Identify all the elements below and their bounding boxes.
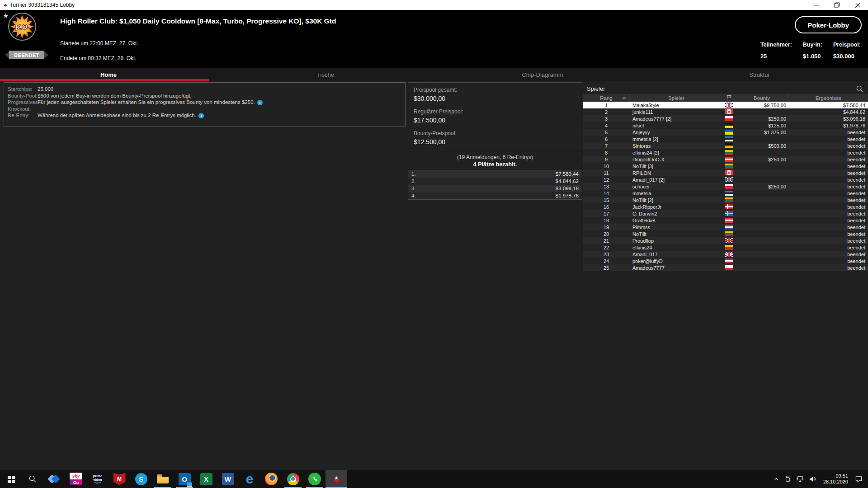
- player-result: beendet: [788, 130, 868, 135]
- player-row[interactable]: 22efkinis24beendet: [583, 244, 868, 251]
- player-row[interactable]: 18Graftekkelbeendet: [583, 217, 868, 224]
- player-row[interactable]: 11RPILONbeendet: [583, 169, 868, 176]
- tab-struktur[interactable]: Struktur: [651, 68, 868, 81]
- taskbar-start-icon[interactable]: [0, 470, 22, 488]
- taskbar-primevideo-icon[interactable]: primevideo: [87, 470, 108, 488]
- close-button[interactable]: [847, 0, 868, 10]
- tab-chip-diagramm[interactable]: Chip-Diagramm: [434, 68, 651, 81]
- player-bounty: $125,00: [735, 123, 788, 128]
- taskbar-mcafee-icon[interactable]: M: [108, 470, 130, 488]
- search-icon[interactable]: [856, 85, 863, 93]
- player-row[interactable]: 9DingolitOoO-X$250,00beendet: [583, 156, 868, 163]
- player-row[interactable]: 5Anjeyyy$1.375,00beendet: [583, 129, 868, 136]
- player-name: Pimmss: [629, 225, 723, 230]
- players-panel-title: Spieler: [587, 85, 605, 92]
- taskbar-edge-icon[interactable]: e: [239, 470, 260, 488]
- minimize-button[interactable]: [806, 0, 826, 10]
- player-name: NoTilit [2]: [629, 197, 723, 203]
- tray-volume-icon[interactable]: [809, 476, 816, 483]
- player-row[interactable]: 1Malaka$tyle$9.750,00$7.580,44: [583, 102, 868, 108]
- tray-usb-icon[interactable]: [784, 475, 791, 483]
- column-header-rank[interactable]: Rang: [583, 94, 629, 102]
- player-result: beendet: [788, 136, 868, 142]
- taskbar-word-icon[interactable]: W: [217, 470, 239, 488]
- player-row[interactable]: 4nilsef$125,00$1.978,76: [583, 122, 868, 129]
- taskbar-pokerstars-icon[interactable]: ♠★: [326, 470, 347, 488]
- restore-button[interactable]: [826, 0, 847, 10]
- flag-ee-icon: [725, 191, 733, 196]
- player-result: beendet: [788, 211, 868, 216]
- player-row[interactable]: 17C. Darwin2beendet: [583, 210, 868, 217]
- column-header-bounty[interactable]: Bounty: [735, 94, 788, 102]
- player-bounty: $250,00: [735, 184, 788, 189]
- ko-logo: K.O.: [8, 13, 36, 41]
- player-row[interactable]: 3Amadeus7777 [2]$250,00$3.096,18: [583, 115, 868, 122]
- taskbar-cards-icon[interactable]: [43, 470, 65, 488]
- taskbar-chrome-icon[interactable]: [282, 470, 304, 488]
- player-row[interactable]: 8efkinis24 [2]beendet: [583, 149, 868, 156]
- header-stat: Buy-in:$1.050: [803, 42, 822, 60]
- player-row[interactable]: 13schocer$250,00beendet: [583, 183, 868, 190]
- tray-chevron-up-icon[interactable]: [773, 476, 779, 482]
- tournament-info-panel: Startchips:25.000Bounty-Pool:$500 von je…: [4, 82, 406, 127]
- flag-se-icon: [725, 211, 733, 216]
- tab-home[interactable]: Home: [0, 68, 217, 81]
- flag-lt-icon: [725, 150, 733, 155]
- taskbar-skype-icon[interactable]: S: [130, 470, 152, 488]
- player-row[interactable]: 10NoTilit [3]beendet: [583, 163, 868, 169]
- flag-dk-icon: [725, 204, 733, 209]
- window-title: Turnier 3033181345 Lobby: [9, 2, 75, 8]
- taskbar-skygo-icon[interactable]: skyGo: [65, 470, 87, 488]
- player-flag-cell: [723, 238, 735, 243]
- column-header-player[interactable]: Spieler: [629, 94, 723, 102]
- flag-ca-icon: [725, 170, 733, 175]
- player-row[interactable]: 16JackRipperJrbeendet: [583, 203, 868, 210]
- player-row[interactable]: 20NoTilitbeendet: [583, 230, 868, 237]
- notification-center-icon[interactable]: [855, 475, 863, 483]
- player-rank: 14: [583, 191, 629, 196]
- column-header-flag[interactable]: [723, 94, 735, 102]
- taskbar-explorer-icon[interactable]: [152, 470, 174, 488]
- player-flag-cell: [723, 204, 735, 209]
- player-row[interactable]: 12Amadi_017 [2]beendet: [583, 176, 868, 183]
- player-rank: 18: [583, 218, 629, 223]
- tab-tische[interactable]: Tische: [217, 68, 434, 81]
- taskbar-whatsapp-icon[interactable]: [304, 470, 326, 488]
- payout-amount: $4.844,62: [556, 178, 579, 184]
- column-header-results[interactable]: Ergebnisse: [788, 94, 868, 102]
- player-name: NoTilit [3]: [629, 164, 723, 169]
- player-rank: 21: [583, 238, 629, 244]
- taskbar-search-icon[interactable]: [22, 470, 43, 488]
- info-icon[interactable]: i: [257, 100, 263, 105]
- player-row[interactable]: 23Amadi_017beendet: [583, 251, 868, 258]
- info-icon[interactable]: i: [198, 113, 204, 118]
- player-row[interactable]: 19Pimmssbeendet: [583, 224, 868, 230]
- player-row[interactable]: 7Sintoras$500,00beendet: [583, 142, 868, 149]
- stat-value: $30.000: [833, 53, 861, 60]
- player-row[interactable]: 25Amadeus7777beendet: [583, 264, 868, 271]
- player-flag-cell: [723, 130, 735, 135]
- taskbar-excel-icon[interactable]: X: [195, 470, 217, 488]
- flag-lt-icon: [725, 197, 733, 202]
- taskbar: skyGoprimevideoMSOXWe♠★ 09:51 28.10.2020: [0, 470, 868, 488]
- player-row[interactable]: 14mmetslabeendet: [583, 190, 868, 197]
- player-row[interactable]: 15NoTilit [2]beendet: [583, 197, 868, 203]
- taskbar-clock[interactable]: 09:51 28.10.2020: [823, 473, 848, 485]
- player-row[interactable]: 24poker@luffyDbeendet: [583, 258, 868, 264]
- player-row[interactable]: 2junkie111$4.844,62: [583, 108, 868, 115]
- player-flag-cell: [723, 157, 735, 162]
- flag-pl-icon: [725, 265, 733, 270]
- player-flag-cell: [723, 150, 735, 155]
- player-result: $4.844,62: [788, 109, 868, 115]
- tray-network-icon[interactable]: [796, 476, 804, 483]
- player-rank: 12: [583, 177, 629, 183]
- flag-lt-icon: [725, 245, 733, 250]
- player-row[interactable]: 21Proudflopbeendet: [583, 237, 868, 244]
- player-name: C. Darwin2: [629, 211, 723, 216]
- taskbar-outlook-icon[interactable]: O: [174, 470, 195, 488]
- player-flag-cell: [723, 197, 735, 202]
- player-name: NoTilit: [629, 231, 723, 237]
- player-row[interactable]: 6mmetsla [2]beendet: [583, 136, 868, 142]
- taskbar-firefox-icon[interactable]: [260, 470, 282, 488]
- poker-lobby-button[interactable]: Poker-Lobby: [795, 16, 862, 33]
